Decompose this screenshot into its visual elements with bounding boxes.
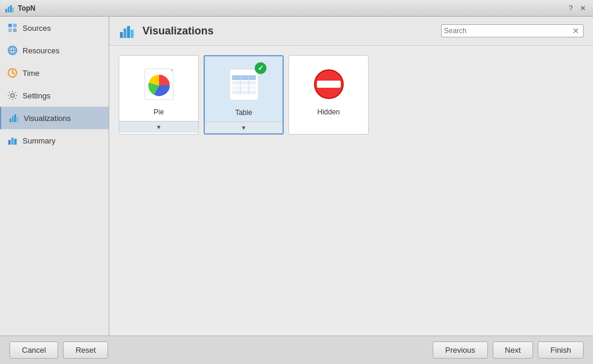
visualizations-icon [8,113,19,123]
sidebar-item-sources[interactable]: Sources [0,17,109,39]
bottom-right-buttons: Previous Next Finish [433,341,584,359]
settings-icon [7,90,18,101]
svg-rect-21 [8,140,11,145]
svg-rect-19 [14,114,16,122]
next-button[interactable]: Next [493,341,534,359]
pie-icon-area [140,65,178,103]
svg-rect-27 [131,30,134,38]
chevron-down-icon-table: ▼ [241,124,247,131]
viz-card-hidden-label: Hidden [317,108,340,116]
svg-rect-26 [127,26,130,38]
svg-rect-38 [317,81,341,88]
svg-point-15 [12,72,13,74]
sidebar-item-visualizations[interactable]: Visualizations [0,107,109,129]
search-clear-button[interactable]: ✕ [571,26,581,36]
help-button[interactable]: ? [566,4,575,12]
content-area: Visualizations ✕ [109,17,593,336]
viz-card-pie-label: Pie [154,108,164,116]
viz-card-pie[interactable]: Pie ▼ [119,55,199,135]
svg-rect-2 [10,5,12,12]
sidebar-label-settings: Settings [23,91,50,100]
finish-button[interactable]: Finish [538,341,584,359]
sidebar-label-resources: Resources [23,46,59,55]
resources-icon [7,45,18,56]
svg-rect-5 [13,24,17,27]
sidebar-item-summary[interactable]: Summary [0,129,109,152]
time-icon [7,68,18,78]
chevron-down-icon: ▼ [156,124,162,130]
svg-point-16 [11,94,14,97]
search-input[interactable] [444,27,571,35]
svg-rect-0 [5,9,7,12]
sidebar: Sources Resources Time [0,17,109,336]
sidebar-label-sources: Sources [23,24,51,33]
svg-rect-33 [232,91,256,94]
svg-rect-32 [232,86,256,90]
viz-card-hidden[interactable]: Hidden [288,55,369,135]
svg-rect-31 [232,81,256,85]
svg-rect-4 [8,24,12,27]
viz-card-table-label: Table [235,108,252,117]
viz-card-pie-body: Pie [119,56,198,121]
bottom-bar: Cancel Reset Previous Next Finish [0,336,593,364]
svg-rect-30 [232,75,256,80]
svg-rect-6 [8,28,12,32]
sidebar-item-settings[interactable]: Settings [0,84,109,107]
close-button[interactable]: ✕ [578,4,588,12]
sidebar-item-resources[interactable]: Resources [0,39,109,62]
page-title: Visualizations [142,25,434,37]
cancel-button[interactable]: Cancel [9,341,58,359]
table-icon-area: ✓ [225,66,263,104]
svg-rect-23 [14,139,17,145]
viz-card-hidden-body: Hidden [289,56,368,121]
svg-rect-17 [9,119,11,122]
hidden-chart-icon [312,68,345,101]
sources-icon [7,23,18,33]
sidebar-item-time[interactable]: Time [0,62,109,84]
svg-rect-3 [12,8,14,12]
cards-area: Pie ▼ ✓ [109,46,593,336]
reset-button[interactable]: Reset [63,341,108,359]
viz-card-table-dropdown[interactable]: ▼ [205,122,283,133]
table-chart-icon [227,68,261,101]
svg-rect-20 [17,117,18,122]
hidden-icon-area [310,65,348,103]
svg-rect-1 [8,7,9,12]
summary-icon [7,135,18,146]
bottom-left-buttons: Cancel Reset [9,341,108,359]
pie-chart-icon [142,68,176,101]
main-container: Sources Resources Time [0,17,593,336]
app-icon [5,4,14,13]
sidebar-label-time: Time [23,69,39,78]
header-icon [119,23,135,39]
sidebar-label-visualizations: Visualizations [24,114,71,123]
window-title: TopN [18,4,36,12]
previous-button[interactable]: Previous [433,341,488,359]
svg-rect-25 [123,28,126,38]
svg-rect-24 [120,32,123,38]
viz-card-table[interactable]: ✓ [204,55,284,135]
selected-checkmark-badge: ✓ [255,62,267,74]
viz-card-pie-dropdown[interactable]: ▼ [119,121,198,133]
sidebar-label-summary: Summary [23,136,56,145]
svg-rect-18 [12,116,14,122]
svg-rect-22 [11,138,14,145]
title-bar: TopN ? ✕ [0,0,593,17]
svg-rect-7 [13,28,17,32]
viz-card-table-body: ✓ [205,56,283,122]
search-box: ✕ [441,24,584,37]
content-header: Visualizations ✕ [109,17,593,46]
